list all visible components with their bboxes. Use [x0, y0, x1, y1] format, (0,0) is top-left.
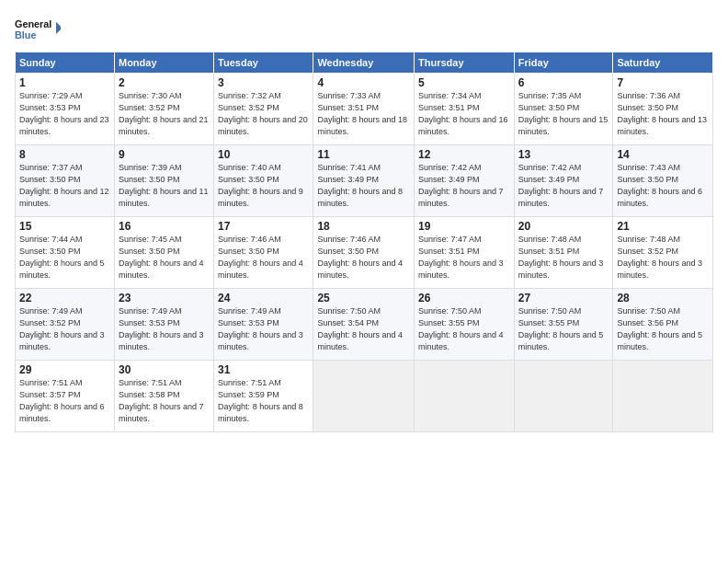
- calendar-cell: 24 Sunrise: 7:49 AMSunset: 3:53 PMDaylig…: [214, 289, 313, 361]
- day-info: Sunrise: 7:36 AMSunset: 3:50 PMDaylight:…: [617, 91, 707, 136]
- calendar-cell: [313, 361, 415, 432]
- day-number: 27: [518, 292, 609, 304]
- day-number: 23: [119, 292, 210, 304]
- svg-marker-2: [56, 22, 61, 34]
- day-info: Sunrise: 7:39 AMSunset: 3:50 PMDaylight:…: [119, 163, 209, 208]
- day-info: Sunrise: 7:30 AMSunset: 3:52 PMDaylight:…: [119, 91, 209, 136]
- col-header-thursday: Thursday: [415, 52, 515, 74]
- day-info: Sunrise: 7:41 AMSunset: 3:49 PMDaylight:…: [317, 163, 403, 208]
- calendar-cell: 1 Sunrise: 7:29 AMSunset: 3:53 PMDayligh…: [16, 74, 115, 145]
- calendar-week-4: 22 Sunrise: 7:49 AMSunset: 3:52 PMDaylig…: [16, 289, 713, 361]
- calendar-cell: 16 Sunrise: 7:45 AMSunset: 3:50 PMDaylig…: [114, 217, 213, 289]
- col-header-monday: Monday: [114, 52, 213, 74]
- calendar-cell: [514, 361, 613, 432]
- day-info: Sunrise: 7:49 AMSunset: 3:53 PMDaylight:…: [218, 306, 303, 351]
- day-number: 19: [418, 220, 510, 233]
- day-number: 31: [218, 363, 309, 376]
- col-header-friday: Friday: [514, 52, 613, 74]
- day-number: 17: [218, 220, 309, 233]
- calendar-cell: 7 Sunrise: 7:36 AMSunset: 3:50 PMDayligh…: [613, 74, 713, 145]
- svg-text:General: General: [15, 18, 51, 29]
- calendar-cell: 25 Sunrise: 7:50 AMSunset: 3:54 PMDaylig…: [313, 289, 415, 361]
- day-info: Sunrise: 7:29 AMSunset: 3:53 PMDaylight:…: [19, 91, 109, 136]
- day-info: Sunrise: 7:40 AMSunset: 3:50 PMDaylight:…: [218, 163, 303, 208]
- calendar-cell: 8 Sunrise: 7:37 AMSunset: 3:50 PMDayligh…: [16, 145, 115, 217]
- day-number: 4: [317, 76, 410, 89]
- day-number: 13: [518, 148, 609, 161]
- day-info: Sunrise: 7:45 AMSunset: 3:50 PMDaylight:…: [119, 235, 204, 280]
- day-number: 7: [617, 76, 709, 89]
- calendar-cell: 26 Sunrise: 7:50 AMSunset: 3:55 PMDaylig…: [415, 289, 515, 361]
- day-number: 11: [317, 148, 410, 161]
- calendar-cell: 29 Sunrise: 7:51 AMSunset: 3:57 PMDaylig…: [16, 361, 115, 432]
- day-number: 26: [418, 292, 510, 304]
- day-info: Sunrise: 7:34 AMSunset: 3:51 PMDaylight:…: [418, 91, 508, 136]
- calendar-cell: 12 Sunrise: 7:42 AMSunset: 3:49 PMDaylig…: [415, 145, 515, 217]
- day-number: 25: [317, 292, 410, 304]
- calendar-cell: 31 Sunrise: 7:51 AMSunset: 3:59 PMDaylig…: [214, 361, 313, 432]
- day-info: Sunrise: 7:50 AMSunset: 3:56 PMDaylight:…: [617, 306, 702, 351]
- calendar-week-5: 29 Sunrise: 7:51 AMSunset: 3:57 PMDaylig…: [16, 361, 713, 432]
- day-info: Sunrise: 7:50 AMSunset: 3:54 PMDaylight:…: [317, 306, 403, 351]
- day-info: Sunrise: 7:42 AMSunset: 3:49 PMDaylight:…: [418, 163, 504, 208]
- day-info: Sunrise: 7:50 AMSunset: 3:55 PMDaylight:…: [418, 306, 504, 351]
- col-header-saturday: Saturday: [613, 52, 713, 74]
- day-info: Sunrise: 7:49 AMSunset: 3:52 PMDaylight:…: [19, 306, 105, 351]
- day-number: 21: [617, 220, 709, 233]
- calendar-cell: 4 Sunrise: 7:33 AMSunset: 3:51 PMDayligh…: [313, 74, 415, 145]
- calendar-cell: 14 Sunrise: 7:43 AMSunset: 3:50 PMDaylig…: [613, 145, 713, 217]
- calendar-cell: 23 Sunrise: 7:49 AMSunset: 3:53 PMDaylig…: [114, 289, 213, 361]
- day-number: 1: [19, 76, 110, 89]
- day-number: 28: [617, 292, 709, 304]
- day-number: 14: [617, 148, 709, 161]
- page-header: General Blue: [15, 15, 713, 44]
- day-info: Sunrise: 7:33 AMSunset: 3:51 PMDaylight:…: [317, 91, 407, 136]
- calendar-cell: [415, 361, 515, 432]
- day-info: Sunrise: 7:44 AMSunset: 3:50 PMDaylight:…: [19, 235, 105, 280]
- day-number: 2: [119, 76, 210, 89]
- day-number: 29: [19, 363, 110, 376]
- day-number: 22: [19, 292, 110, 304]
- calendar-cell: 9 Sunrise: 7:39 AMSunset: 3:50 PMDayligh…: [114, 145, 213, 217]
- col-header-tuesday: Tuesday: [214, 52, 313, 74]
- day-info: Sunrise: 7:47 AMSunset: 3:51 PMDaylight:…: [418, 235, 504, 280]
- logo: General Blue: [15, 15, 61, 44]
- calendar-cell: 27 Sunrise: 7:50 AMSunset: 3:55 PMDaylig…: [514, 289, 613, 361]
- calendar-cell: 30 Sunrise: 7:51 AMSunset: 3:58 PMDaylig…: [114, 361, 213, 432]
- day-number: 5: [418, 76, 510, 89]
- day-info: Sunrise: 7:49 AMSunset: 3:53 PMDaylight:…: [119, 306, 204, 351]
- day-number: 12: [418, 148, 510, 161]
- calendar-cell: 6 Sunrise: 7:35 AMSunset: 3:50 PMDayligh…: [514, 74, 613, 145]
- calendar-cell: [613, 361, 713, 432]
- calendar-cell: 13 Sunrise: 7:42 AMSunset: 3:49 PMDaylig…: [514, 145, 613, 217]
- day-info: Sunrise: 7:46 AMSunset: 3:50 PMDaylight:…: [218, 235, 303, 280]
- calendar-cell: 2 Sunrise: 7:30 AMSunset: 3:52 PMDayligh…: [114, 74, 213, 145]
- calendar-cell: 11 Sunrise: 7:41 AMSunset: 3:49 PMDaylig…: [313, 145, 415, 217]
- day-number: 18: [317, 220, 410, 233]
- calendar-table: SundayMondayTuesdayWednesdayThursdayFrid…: [15, 52, 713, 432]
- day-info: Sunrise: 7:48 AMSunset: 3:51 PMDaylight:…: [518, 235, 604, 280]
- calendar-cell: 28 Sunrise: 7:50 AMSunset: 3:56 PMDaylig…: [613, 289, 713, 361]
- day-info: Sunrise: 7:43 AMSunset: 3:50 PMDaylight:…: [617, 163, 702, 208]
- day-info: Sunrise: 7:51 AMSunset: 3:58 PMDaylight:…: [119, 378, 204, 423]
- day-info: Sunrise: 7:51 AMSunset: 3:57 PMDaylight:…: [19, 378, 105, 423]
- day-number: 20: [518, 220, 609, 233]
- day-number: 8: [19, 148, 110, 161]
- calendar-cell: 20 Sunrise: 7:48 AMSunset: 3:51 PMDaylig…: [514, 217, 613, 289]
- logo-svg: General Blue: [15, 15, 61, 44]
- day-info: Sunrise: 7:32 AMSunset: 3:52 PMDaylight:…: [218, 91, 308, 136]
- calendar-cell: 3 Sunrise: 7:32 AMSunset: 3:52 PMDayligh…: [214, 74, 313, 145]
- day-info: Sunrise: 7:46 AMSunset: 3:50 PMDaylight:…: [317, 235, 403, 280]
- calendar-cell: 21 Sunrise: 7:48 AMSunset: 3:52 PMDaylig…: [613, 217, 713, 289]
- calendar-cell: 10 Sunrise: 7:40 AMSunset: 3:50 PMDaylig…: [214, 145, 313, 217]
- calendar-cell: 18 Sunrise: 7:46 AMSunset: 3:50 PMDaylig…: [313, 217, 415, 289]
- day-info: Sunrise: 7:37 AMSunset: 3:50 PMDaylight:…: [19, 163, 109, 208]
- day-number: 24: [218, 292, 309, 304]
- calendar-header-row: SundayMondayTuesdayWednesdayThursdayFrid…: [16, 52, 713, 74]
- day-number: 10: [218, 148, 309, 161]
- calendar-cell: 15 Sunrise: 7:44 AMSunset: 3:50 PMDaylig…: [16, 217, 115, 289]
- calendar-cell: 22 Sunrise: 7:49 AMSunset: 3:52 PMDaylig…: [16, 289, 115, 361]
- day-number: 9: [119, 148, 210, 161]
- col-header-sunday: Sunday: [16, 52, 115, 74]
- day-number: 3: [218, 76, 309, 89]
